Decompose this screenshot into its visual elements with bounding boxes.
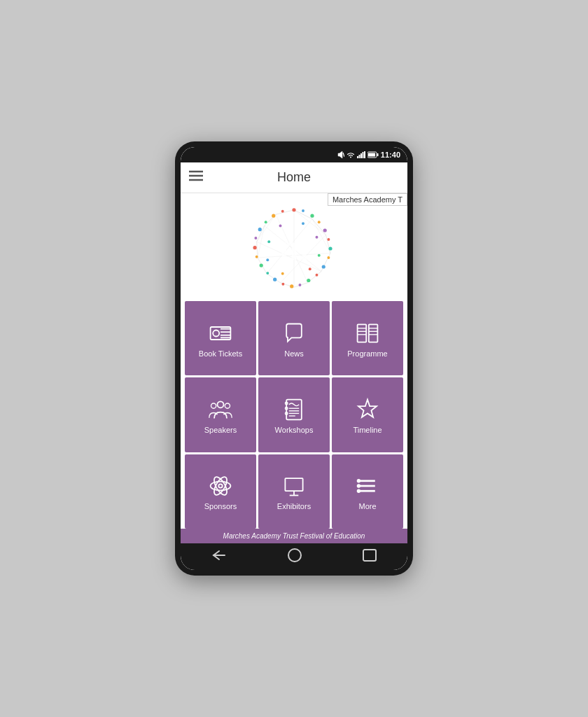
phone-screen: 11:40 Home Marches Academy T [181, 147, 407, 570]
svg-rect-110 [363, 550, 376, 561]
menu-item-speakers[interactable]: Speakers [185, 377, 256, 452]
svg-line-24 [276, 210, 294, 215]
svg-point-48 [290, 284, 293, 288]
signal-icon [357, 151, 365, 158]
time-display: 11:40 [381, 151, 400, 159]
svg-point-42 [328, 246, 332, 250]
document-icon [281, 397, 307, 422]
svg-point-58 [272, 214, 275, 218]
svg-point-44 [322, 265, 326, 268]
svg-rect-7 [377, 153, 378, 156]
more-label: More [358, 502, 376, 510]
svg-point-37 [302, 209, 304, 212]
atom-icon [208, 473, 233, 499]
book-tickets-label: Book Tickets [199, 349, 242, 358]
svg-point-41 [327, 238, 330, 241]
svg-point-85 [225, 403, 230, 408]
svg-point-107 [358, 490, 360, 493]
sponsors-label: Sponsors [204, 502, 237, 510]
svg-rect-1 [357, 156, 358, 158]
svg-rect-3 [360, 153, 362, 158]
svg-point-36 [292, 208, 295, 211]
svg-point-51 [266, 272, 269, 274]
timeline-label: Timeline [353, 426, 382, 434]
mute-icon [337, 151, 344, 159]
svg-line-0 [343, 153, 344, 157]
svg-point-54 [253, 246, 257, 249]
svg-text:m: m [279, 230, 309, 267]
svg-point-63 [309, 267, 312, 270]
svg-rect-75 [358, 324, 367, 342]
svg-rect-99 [285, 479, 302, 492]
svg-point-70 [213, 330, 219, 336]
svg-point-49 [281, 283, 284, 286]
wifi-icon [346, 151, 355, 158]
svg-rect-2 [358, 155, 360, 158]
hamburger-button[interactable] [189, 170, 203, 185]
menu-item-news[interactable]: News [258, 301, 330, 375]
menu-item-exhibitors[interactable]: Exhibitors [258, 454, 330, 529]
svg-point-39 [318, 221, 321, 223]
people-icon [208, 397, 233, 422]
nav-bar [181, 543, 407, 570]
svg-point-109 [288, 549, 301, 562]
svg-line-26 [312, 219, 330, 253]
svg-line-21 [257, 242, 258, 258]
svg-point-96 [211, 482, 231, 491]
presentation-icon [281, 473, 307, 499]
menu-item-programme[interactable]: Programme [332, 301, 403, 375]
svg-point-59 [281, 210, 284, 213]
menu-item-workshops[interactable]: Workshops [258, 377, 330, 452]
speakers-label: Speakers [204, 426, 237, 434]
menu-item-sponsors[interactable]: Sponsors [185, 454, 256, 529]
star-icon [355, 397, 380, 422]
svg-point-67 [279, 225, 282, 228]
svg-line-14 [326, 235, 331, 253]
svg-point-56 [258, 228, 262, 231]
menu-item-timeline[interactable]: Timeline [332, 377, 403, 452]
svg-rect-8 [368, 153, 375, 157]
svg-point-38 [310, 214, 314, 218]
svg-point-53 [255, 256, 258, 258]
menu-item-more[interactable]: More [332, 454, 403, 529]
recent-button[interactable] [362, 548, 377, 565]
svg-point-66 [267, 240, 270, 243]
svg-rect-4 [362, 152, 363, 158]
logo: m [248, 203, 340, 294]
status-bar: 11:40 [181, 147, 407, 162]
logo-area: m [181, 193, 407, 301]
svg-point-62 [318, 254, 321, 257]
battery-icon [368, 151, 379, 158]
svg-point-105 [358, 480, 360, 482]
svg-point-52 [260, 263, 263, 267]
svg-point-95 [218, 485, 222, 488]
menu-item-book-tickets[interactable]: Book Tickets [185, 301, 256, 375]
svg-point-83 [218, 401, 224, 408]
svg-rect-76 [369, 324, 378, 342]
svg-point-61 [316, 236, 318, 239]
svg-point-60 [302, 222, 304, 225]
tooltip: Marches Academy T [328, 193, 407, 206]
home-button[interactable] [287, 548, 302, 566]
programme-label: Programme [347, 349, 387, 358]
news-label: News [284, 349, 304, 358]
footer-text: Marches Academy Trust Festival of Educat… [223, 532, 365, 540]
svg-point-64 [281, 272, 284, 275]
footer-bar: Marches Academy Trust Festival of Educat… [181, 529, 407, 543]
ticket-icon [208, 321, 233, 346]
svg-line-15 [321, 253, 330, 272]
back-button[interactable] [211, 548, 227, 565]
status-icons: 11:40 [337, 151, 400, 159]
workshops-label: Workshops [275, 426, 314, 434]
svg-point-106 [358, 485, 360, 488]
svg-rect-5 [364, 151, 365, 158]
exhibitors-label: Exhibitors [277, 502, 311, 510]
menu-grid: Book Tickets News [181, 301, 407, 529]
svg-point-43 [327, 256, 330, 259]
svg-point-45 [316, 274, 318, 277]
book-icon [355, 321, 380, 346]
app-bar: Home Marches Academy T [181, 162, 407, 193]
svg-rect-86 [286, 400, 302, 420]
svg-point-40 [323, 228, 327, 232]
svg-point-46 [307, 279, 310, 282]
